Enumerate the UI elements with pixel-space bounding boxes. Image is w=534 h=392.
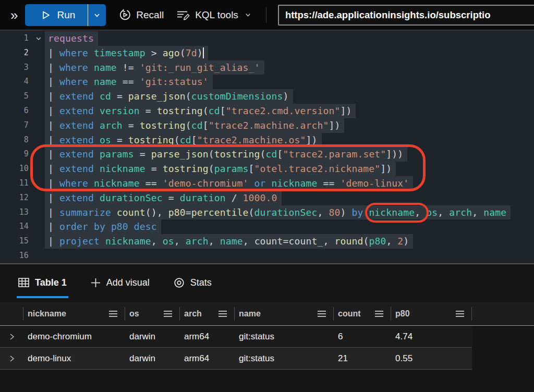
selection-highlight: | extend nickname = tostring(params["ote… [45, 162, 396, 176]
code-line-2[interactable]: 2| where timestamp > ago(7d) [0, 46, 534, 60]
code-text: | where nickname == 'demo-chromium' or n… [48, 176, 413, 191]
header-expander-cell [0, 302, 23, 325]
expand-panel-icon[interactable]: » [10, 8, 17, 22]
selection-highlight: | extend os = tostring(cd["trace2.machin… [45, 133, 322, 148]
column-header-name[interactable]: name [235, 302, 334, 325]
code-line-3[interactable]: 3| where name != 'git:_run_git_alias_' [0, 60, 534, 75]
toolbar: » Run Recall [0, 0, 534, 30]
selection-highlight: | project nickname, os, arch, name, coun… [45, 234, 413, 249]
tab-stats[interactable]: Stats [172, 264, 213, 301]
column-header-os[interactable]: os [125, 302, 180, 325]
line-number: 8 [0, 133, 29, 148]
plus-icon [91, 278, 101, 288]
column-header-nickname[interactable]: nickname [23, 302, 125, 325]
code-line-14[interactable]: 14| order by p80 desc [0, 219, 534, 234]
run-dropdown-button[interactable] [88, 4, 106, 26]
column-header-arch[interactable]: arch [180, 302, 235, 325]
table-grid-icon [18, 278, 29, 287]
line-number: 7 [0, 118, 29, 133]
selection-highlight: | where name != 'git:_run_git_alias_' [45, 60, 264, 75]
code-text: | extend params = parse_json(tostring(cd… [48, 147, 407, 162]
add-visual-label: Add visual [106, 277, 150, 288]
row-expand-icon[interactable] [0, 355, 23, 362]
code-text: | project nickname, os, arch, name, coun… [48, 234, 413, 249]
code-text: | where name != 'git:_run_git_alias_' [48, 60, 264, 75]
code-line-10[interactable]: 10| extend nickname = tostring(params["o… [0, 162, 534, 176]
line-number: 9 [0, 147, 29, 162]
table-row[interactable]: demo-chromiumdarwinarm64git:status64.74 [0, 326, 472, 348]
cell-os: darwin [125, 332, 180, 342]
run-button[interactable]: Run [25, 4, 88, 26]
toolbar-divider [266, 7, 266, 23]
column-menu-icon[interactable] [163, 310, 173, 317]
column-label: name [239, 309, 261, 318]
column-menu-icon[interactable] [317, 310, 326, 317]
row-expand-icon[interactable] [0, 333, 23, 340]
text-cursor [203, 47, 204, 58]
table-body: demo-chromiumdarwinarm64git:status64.74d… [0, 326, 534, 370]
code-line-8[interactable]: 8| extend os = tostring(cd["trace2.machi… [0, 133, 534, 148]
recall-icon [119, 9, 131, 21]
line-number: 2 [0, 46, 29, 60]
selection-highlight: | where name == 'git:status' [45, 75, 213, 89]
table-header-wrap: nicknameosarchnamecountp80 [0, 302, 534, 326]
code-text: | summarize count(), p80=percentile(dura… [48, 205, 511, 220]
run-split-button: Run [25, 4, 106, 26]
cell-name: git:status [235, 353, 334, 364]
url-input[interactable]: https://ade.applicationinsights.io/subsc… [278, 5, 534, 26]
line-number: 3 [0, 60, 29, 75]
code-line-1[interactable]: 1requests [0, 31, 534, 46]
line-number: 16 [0, 249, 29, 263]
column-menu-icon[interactable] [374, 310, 384, 317]
code-line-16[interactable]: 16 [0, 249, 534, 263]
chevron-down-icon [93, 11, 101, 19]
table-row[interactable]: demo-linuxdarwinarm64git:status210.55 [0, 348, 472, 370]
column-menu-icon[interactable] [108, 310, 118, 317]
code-text: requests [48, 31, 98, 46]
code-line-13[interactable]: 13| summarize count(), p80=percentile(du… [0, 205, 534, 220]
line-number: 5 [0, 89, 29, 104]
selection-highlight: | extend cd = parse_json(customDimension… [45, 89, 293, 104]
kql-tools-button[interactable]: KQL tools [177, 9, 251, 21]
column-header-p80[interactable]: p80 [391, 302, 472, 325]
table-header-row: nicknameosarchnamecountp80 [0, 302, 472, 325]
tab-table1-label: Table 1 [35, 277, 67, 288]
play-icon [41, 10, 51, 20]
line-number: 15 [0, 234, 29, 249]
column-label: p80 [395, 309, 410, 318]
selection-highlight: | extend durationSec = duration / 1000.0 [45, 191, 282, 205]
code-line-15[interactable]: 15| project nickname, os, arch, name, co… [0, 234, 534, 249]
line-number: 1 [0, 31, 29, 46]
column-menu-icon[interactable] [455, 310, 465, 317]
selection-highlight: requests [45, 31, 98, 46]
cell-os: darwin [125, 353, 180, 364]
column-label: os [129, 309, 139, 318]
selection-highlight: | where timestamp > ago(7d) [45, 46, 208, 60]
cell-nickname: demo-linux [23, 353, 125, 364]
recall-button[interactable]: Recall [119, 9, 164, 21]
cell-arch: arm64 [180, 353, 235, 364]
code-text: | extend durationSec = duration / 1000.0 [48, 191, 282, 205]
column-label: nickname [28, 309, 66, 318]
line-number: 11 [0, 176, 29, 191]
cell-arch: arm64 [180, 332, 235, 342]
add-visual-button[interactable]: Add visual [89, 264, 151, 301]
code-line-5[interactable]: 5| extend cd = parse_json(customDimensio… [0, 89, 534, 104]
tab-table1[interactable]: Table 1 [17, 264, 68, 301]
code-text: | extend cd = parse_json(customDimension… [48, 89, 293, 104]
query-editor[interactable]: 1requests2| where timestamp > ago(7d)3| … [0, 30, 534, 263]
code-text: | extend nickname = tostring(params["ote… [48, 162, 396, 176]
code-line-7[interactable]: 7| extend arch = tostring(cd["trace2.mac… [0, 118, 534, 133]
column-header-count[interactable]: count [334, 302, 391, 325]
column-menu-icon[interactable] [218, 310, 227, 317]
code-line-12[interactable]: 12| extend durationSec = duration / 1000… [0, 191, 534, 205]
cell-p80: 4.74 [391, 332, 472, 342]
code-line-4[interactable]: 4| where name == 'git:status' [0, 75, 534, 89]
code-line-9[interactable]: 9| extend params = parse_json(tostring(c… [0, 147, 534, 162]
line-number: 13 [0, 205, 29, 220]
cell-nickname: demo-chromium [23, 332, 125, 342]
cell-count: 21 [334, 353, 391, 364]
code-line-11[interactable]: 11| where nickname == 'demo-chromium' or… [0, 176, 534, 191]
code-line-6[interactable]: 6| extend version = tostring(cd["trace2.… [0, 104, 534, 118]
line-number: 12 [0, 191, 29, 205]
